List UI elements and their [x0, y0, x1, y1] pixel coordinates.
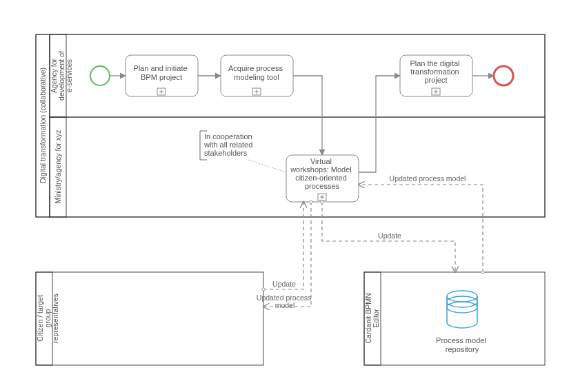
pool-cardanit: Cardanit BPMNEditor Process model reposi…	[364, 272, 545, 365]
pool-cardanit-label: Cardanit BPMNEditor	[364, 293, 380, 344]
subprocess-marker-icon	[318, 194, 326, 200]
svg-rect-30	[36, 272, 263, 365]
lane-top-label: Agency fordevelopment ofe-services	[50, 51, 73, 101]
task-plan-bpm: Plan and initiate BPM project	[126, 55, 198, 96]
start-event	[90, 66, 110, 85]
svg-point-7	[90, 66, 110, 85]
task-acquire-tool: Acquire process modeling tool	[221, 55, 293, 96]
task-plan-dt: Plan the digital transformation project	[400, 55, 472, 96]
message-label-update2: Update	[272, 280, 296, 288]
svg-text:In cooperation
      with all : In cooperation with all related stakehol…	[203, 132, 254, 157]
message-label-updated-model: Updated process model	[390, 174, 466, 183]
text-annotation: In cooperation with all related stakehol…	[200, 131, 286, 172]
pool-main-label: Digital transformation (collaborative)	[39, 68, 47, 183]
message-flow-updated-model2	[263, 202, 311, 307]
svg-text:Plan and initiate
      BPM pr: Plan and initiate BPM project	[133, 64, 189, 81]
subprocess-marker-icon	[157, 88, 166, 95]
bpmn-diagram: Digital transformation (collaborative) A…	[0, 0, 569, 392]
subprocess-marker-icon	[432, 88, 440, 95]
pool-citizen-label: Citizen / targetgrouprepresentatives	[36, 293, 59, 343]
repository-label: Process model repository	[436, 336, 488, 353]
datastore-icon	[447, 291, 477, 328]
pool-citizen: Citizen / targetgrouprepresentatives	[36, 272, 263, 365]
flow	[293, 76, 322, 155]
message-label-update: Update	[378, 231, 401, 240]
lane-bottom-label: Ministry/agency for xyz	[54, 130, 62, 204]
message-flow-updated-model	[359, 185, 483, 272]
end-event	[494, 66, 513, 85]
task-virtual-workshops: Virtual workshops: Model citizen-oriente…	[286, 155, 359, 202]
flow	[359, 76, 400, 172]
svg-point-23	[494, 66, 513, 85]
svg-text:Acquire process
      modeling: Acquire process modeling tool	[228, 64, 285, 81]
subprocess-marker-icon	[252, 88, 261, 95]
message-flow-update2	[263, 202, 303, 289]
